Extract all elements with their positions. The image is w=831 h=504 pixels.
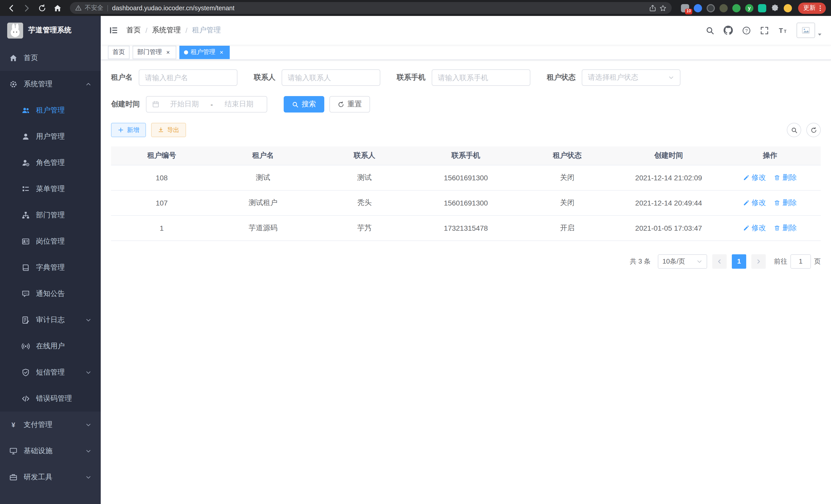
table-header-row: 租户编号 租户名 联系人 联系手机 租户状态 创建时间 操作	[111, 146, 821, 165]
menu-list-icon	[22, 185, 30, 193]
status-select[interactable]: 请选择租户状态	[582, 69, 681, 86]
extension-icon[interactable]	[719, 4, 728, 12]
sidebar-item-label: 岗位管理	[36, 237, 65, 246]
update-button[interactable]: 更新	[798, 2, 826, 13]
edit-link[interactable]: 修改	[743, 173, 766, 182]
page-number-button[interactable]: 1	[732, 254, 746, 268]
extension-icon[interactable]	[707, 4, 715, 12]
chevron-down-icon	[668, 75, 674, 81]
export-button[interactable]: 导出	[151, 123, 186, 137]
sidebar-item-role[interactable]: 角色管理	[0, 149, 101, 176]
extension-icon[interactable]	[758, 4, 766, 12]
contact-input[interactable]	[288, 73, 374, 82]
breadcrumb-system[interactable]: 系统管理	[152, 26, 181, 35]
tab-label: 部门管理	[137, 48, 162, 57]
browser-reload-button[interactable]	[36, 2, 48, 14]
fullscreen-icon[interactable]	[760, 26, 769, 35]
sidebar-item-error-code[interactable]: 错误码管理	[0, 385, 101, 412]
cell-operations: 修改 删除	[719, 190, 821, 215]
chevron-down-icon	[85, 474, 91, 480]
sidebar-item-payment[interactable]: ¥ 支付管理	[0, 412, 101, 438]
browser-home-button[interactable]	[51, 2, 64, 14]
search-button[interactable]: 搜索	[284, 96, 324, 113]
delete-label: 删除	[782, 198, 797, 207]
sidebar-item-notice[interactable]: 通知公告	[0, 280, 101, 307]
browser-back-button[interactable]	[5, 2, 18, 14]
delete-link[interactable]: 删除	[774, 223, 797, 233]
add-button[interactable]: 新增	[111, 123, 146, 137]
sidebar-item-home[interactable]: 首页	[0, 45, 101, 71]
sidebar-item-label: 审计日志	[36, 315, 65, 324]
url-text: dashboard.yudao.iocoder.cn/system/tenant	[112, 4, 235, 11]
breadcrumb-separator: /	[185, 26, 188, 34]
browser-forward-button[interactable]	[21, 2, 33, 14]
font-size-icon[interactable]: TT	[778, 26, 787, 35]
help-icon[interactable]: ?	[742, 26, 751, 35]
cell-created-at: 2021-01-05 17:03:47	[618, 215, 719, 240]
profile-avatar[interactable]	[784, 4, 792, 12]
tab-dept[interactable]: 部门管理 ×	[133, 46, 176, 59]
sidebar-item-post[interactable]: 岗位管理	[0, 228, 101, 254]
extension-icon[interactable]	[694, 4, 702, 12]
org-tree-icon	[22, 211, 30, 219]
sidebar-item-label: 字典管理	[36, 263, 65, 272]
delete-link[interactable]: 删除	[774, 173, 797, 182]
sidebar-item-system[interactable]: 系统管理	[0, 71, 101, 97]
svg-text:T: T	[784, 29, 787, 34]
user-avatar-menu[interactable]	[797, 23, 823, 38]
prev-page-button[interactable]	[712, 254, 727, 268]
show-search-button[interactable]	[787, 123, 801, 137]
extensions-puzzle-icon[interactable]	[771, 4, 779, 12]
export-button-label: 导出	[167, 126, 179, 135]
tab-tenant[interactable]: 租户管理 ×	[179, 46, 230, 59]
sidebar-item-dept[interactable]: 部门管理	[0, 202, 101, 228]
edit-label: 修改	[752, 198, 766, 207]
bookmark-star-icon[interactable]	[659, 4, 666, 11]
extension-icon[interactable]: y	[745, 4, 753, 12]
sidebar-item-sms[interactable]: 短信管理	[0, 359, 101, 385]
close-icon[interactable]: ×	[218, 49, 225, 56]
tenant-name-input[interactable]	[145, 73, 231, 82]
delete-link[interactable]: 删除	[774, 198, 797, 207]
reset-button[interactable]: 重置	[329, 96, 370, 113]
app-logo[interactable]: 芋道管理系统	[0, 16, 101, 45]
refresh-table-button[interactable]	[806, 123, 821, 137]
sidebar-collapse-button[interactable]	[109, 26, 118, 35]
next-page-button[interactable]	[751, 254, 766, 268]
sidebar-item-user[interactable]: 用户管理	[0, 123, 101, 149]
calendar-icon	[152, 101, 159, 108]
cell-mobile: 15601691300	[415, 190, 517, 215]
page-size-select[interactable]: 10条/页	[658, 254, 707, 268]
sidebar-item-menu[interactable]: 菜单管理	[0, 176, 101, 202]
sidebar-item-label: 角色管理	[36, 158, 65, 167]
sidebar-item-tenant[interactable]: 租户管理	[0, 97, 101, 123]
chevron-down-icon	[85, 317, 91, 323]
github-icon[interactable]	[724, 26, 733, 35]
sidebar-item-online-users[interactable]: 在线用户	[0, 333, 101, 359]
address-bar[interactable]: 不安全 dashboard.yudao.iocoder.cn/system/te…	[70, 2, 672, 14]
search-icon	[791, 127, 797, 133]
chevron-up-icon	[85, 81, 91, 87]
sidebar-item-dict[interactable]: 字典管理	[0, 254, 101, 280]
edit-link[interactable]: 修改	[743, 223, 766, 233]
extension-icon[interactable]: 10	[681, 4, 689, 12]
contact-label: 联系人	[254, 73, 276, 82]
sidebar-item-audit-log[interactable]: 审计日志	[0, 307, 101, 333]
mobile-input[interactable]	[438, 73, 524, 82]
close-icon[interactable]: ×	[165, 49, 172, 56]
tab-home[interactable]: 首页	[108, 46, 130, 59]
extension-icon[interactable]	[732, 4, 741, 12]
edit-link[interactable]: 修改	[743, 198, 766, 207]
col-tenant-id: 租户编号	[111, 146, 212, 165]
sidebar-item-infra[interactable]: 基础设施	[0, 438, 101, 464]
search-icon[interactable]	[706, 26, 714, 35]
briefcase-icon	[9, 473, 18, 481]
users-icon	[22, 106, 30, 114]
warning-icon	[75, 5, 82, 11]
date-range-picker[interactable]: 开始日期 - 结束日期	[146, 96, 267, 113]
sidebar-item-dev-tools[interactable]: 研发工具	[0, 464, 101, 490]
goto-page-input[interactable]	[791, 254, 811, 268]
breadcrumb-home[interactable]: 首页	[126, 26, 141, 35]
log-icon	[22, 316, 30, 324]
share-icon[interactable]	[649, 4, 656, 11]
